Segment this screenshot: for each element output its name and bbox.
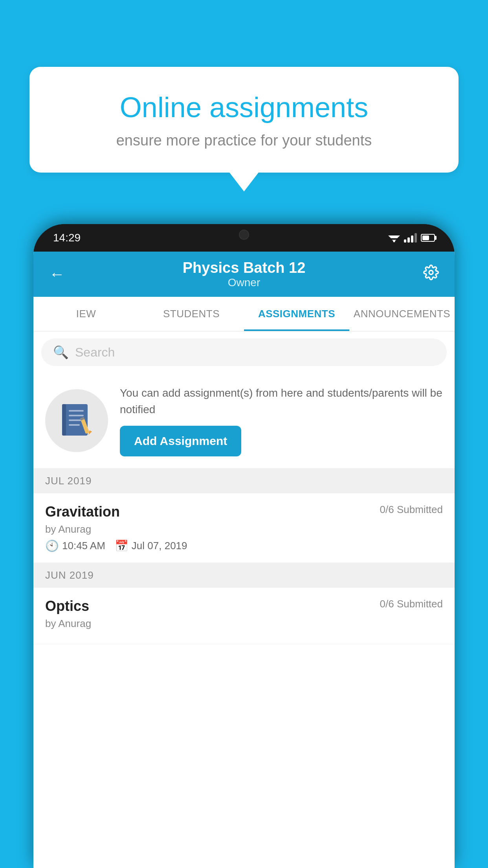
notebook-icon: [60, 402, 94, 440]
search-container: 🔍 Search: [33, 331, 455, 373]
speech-bubble: Online assignments ensure more practice …: [29, 67, 459, 173]
status-icons: [388, 233, 435, 243]
svg-rect-10: [69, 424, 80, 426]
section-jul-2019: JUL 2019: [33, 469, 455, 493]
calendar-icon: 📅: [115, 539, 128, 552]
tabs: IEW STUDENTS ASSIGNMENTS ANNOUNCEMENTS: [33, 297, 455, 331]
back-button[interactable]: ←: [49, 265, 65, 283]
assignment-icon-circle: [45, 389, 108, 452]
info-text: You can add assignment(s) from here and …: [120, 385, 443, 418]
header-center: Physics Batch 12 Owner: [65, 259, 423, 289]
svg-point-4: [429, 270, 433, 274]
add-assignment-button[interactable]: Add Assignment: [120, 426, 241, 456]
header-subtitle: Owner: [65, 276, 423, 289]
assignment-name-optics: Optics: [45, 598, 89, 614]
tab-students[interactable]: STUDENTS: [139, 297, 244, 331]
svg-rect-7: [69, 410, 84, 412]
app-screen: ← Physics Batch 12 Owner IEW STUDENTS AS…: [33, 252, 455, 868]
info-content: You can add assignment(s) from here and …: [120, 385, 443, 456]
assignment-top-optics: Optics 0/6 Submitted: [45, 598, 443, 614]
search-placeholder: Search: [75, 345, 115, 360]
assignment-time: 🕙 10:45 AM: [45, 539, 105, 552]
assignment-submitted: 0/6 Submitted: [380, 504, 443, 516]
assignment-item-optics[interactable]: Optics 0/6 Submitted by Anurag: [33, 588, 455, 644]
svg-rect-6: [62, 404, 66, 436]
status-bar: 14:29: [33, 224, 455, 252]
phone-device: 14:29 ← Physics Batch 12: [33, 224, 455, 868]
info-section: You can add assignment(s) from here and …: [33, 373, 455, 469]
assignment-name: Gravitation: [45, 504, 120, 520]
status-time: 14:29: [53, 232, 81, 244]
search-bar[interactable]: 🔍 Search: [41, 338, 447, 366]
assignment-by-optics: by Anurag: [45, 618, 443, 630]
signal-bars-icon: [404, 233, 417, 243]
section-jun-2019: JUN 2019: [33, 563, 455, 588]
camera: [239, 230, 249, 240]
tab-iew[interactable]: IEW: [33, 297, 139, 331]
assignment-by: by Anurag: [45, 523, 443, 535]
search-icon: 🔍: [53, 345, 69, 360]
header-title: Physics Batch 12: [65, 259, 423, 276]
tab-announcements[interactable]: ANNOUNCEMENTS: [349, 297, 455, 331]
svg-rect-8: [69, 415, 84, 416]
assignment-time-value: 10:45 AM: [62, 540, 105, 552]
battery-icon: [421, 234, 435, 242]
assignment-date: 📅 Jul 07, 2019: [115, 539, 187, 552]
assignment-submitted-optics: 0/6 Submitted: [380, 598, 443, 610]
clock-icon: 🕙: [45, 539, 59, 552]
bubble-title: Online assignments: [57, 90, 431, 124]
assignment-date-value: Jul 07, 2019: [132, 540, 187, 552]
settings-button[interactable]: [423, 265, 439, 284]
assignment-meta: 🕙 10:45 AM 📅 Jul 07, 2019: [45, 539, 443, 552]
tab-assignments[interactable]: ASSIGNMENTS: [244, 297, 349, 331]
app-header: ← Physics Batch 12 Owner: [33, 252, 455, 297]
assignment-top: Gravitation 0/6 Submitted: [45, 504, 443, 520]
assignment-item-gravitation[interactable]: Gravitation 0/6 Submitted by Anurag 🕙 10…: [33, 493, 455, 563]
bubble-subtitle: ensure more practice for your students: [57, 132, 431, 149]
wifi-icon: [388, 234, 400, 242]
